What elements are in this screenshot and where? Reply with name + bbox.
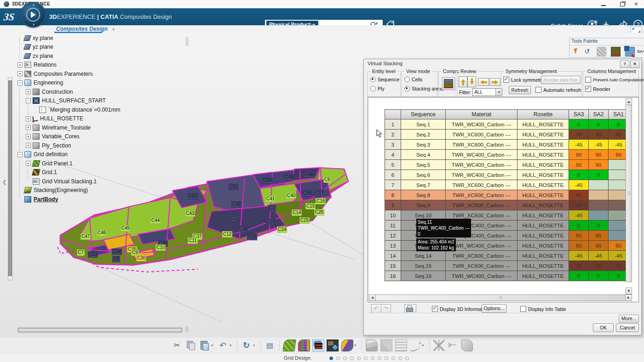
panel-label-C14[interactable]: C14 — [292, 209, 302, 216]
stacking-table-icon[interactable] — [327, 339, 339, 351]
panel-label-C12[interactable]: C12 — [222, 231, 232, 238]
panel-label-C2[interactable]: C2 — [268, 205, 276, 211]
row-number[interactable]: 13 — [385, 241, 401, 251]
sa3-cell[interactable]: 90 — [569, 150, 589, 160]
sa3-cell[interactable]: 45 — [569, 261, 589, 271]
sa3-cell[interactable]: 45 — [569, 200, 589, 210]
material-cell[interactable]: TWR_WC400_Carbon --- — [446, 119, 518, 130]
sequence-cell[interactable]: Seq.9 — [401, 200, 446, 210]
sa2-cell[interactable]: 90 — [589, 160, 609, 170]
dropdown-caret-icon[interactable]: ▾ — [230, 344, 233, 347]
panel-label-C10[interactable]: C10 — [155, 244, 166, 251]
row-number[interactable]: 8 — [385, 190, 401, 200]
panel-label-C11[interactable]: C11 — [188, 238, 198, 244]
sa2-cell[interactable]: 90 — [589, 241, 609, 251]
tree-item-hull-rosette[interactable]: +HULL_ROSETTE — [26, 114, 83, 123]
pager-dot-4[interactable] — [350, 356, 354, 360]
rosette-cell[interactable]: HULL_ROSETTE — [518, 160, 569, 170]
solid-sweep-icon[interactable] — [461, 339, 473, 351]
panel-label-C30[interactable]: C30 — [136, 255, 146, 261]
update-icon[interactable]: ↻ — [241, 340, 252, 351]
sequence-cell[interactable]: Seq.15 — [401, 261, 446, 271]
tree-expander[interactable]: + — [17, 71, 23, 76]
sa3-cell[interactable]: -45 — [569, 180, 589, 190]
sa3-cell[interactable]: 90 — [569, 231, 589, 241]
more-button[interactable]: More... — [619, 315, 639, 322]
rosette-cell[interactable]: HULL_ROSETTE — [518, 180, 569, 190]
row-number[interactable]: 11 — [385, 221, 401, 231]
material-cell[interactable]: TWR_XC600_Carbon --- — [446, 130, 518, 140]
tree-item-variable-cores[interactable]: +Variable_Cores — [26, 132, 80, 141]
dialog-close-button[interactable]: ✕ — [630, 61, 639, 68]
review-previous-button[interactable] — [478, 78, 489, 86]
automatic-refresh-checkbox[interactable]: Automatic refresh — [535, 87, 581, 93]
ok-button[interactable]: OK — [593, 323, 614, 332]
sa2-cell[interactable]: 0 — [589, 221, 609, 231]
rosette-cell[interactable]: HULL_ROSETTE — [518, 271, 569, 281]
rosette-cell[interactable]: HULL_ROSETTE — [518, 119, 569, 130]
rosette-transfer-icon[interactable] — [433, 340, 444, 351]
pager-dot-10[interactable] — [391, 356, 395, 360]
tree-item-ply-section[interactable]: +Ply_Section — [26, 141, 71, 150]
sa2-cell[interactable]: 90 — [589, 231, 609, 241]
column-header-num[interactable] — [385, 110, 401, 119]
splitter-mark[interactable] — [186, 327, 186, 332]
row-number[interactable]: 1 — [385, 119, 401, 130]
sa3-cell[interactable]: 0 — [569, 119, 589, 130]
pager-dot-1[interactable] — [329, 356, 333, 360]
row-number[interactable]: 3 — [385, 140, 401, 150]
row-number[interactable]: 6 — [385, 170, 401, 180]
table-vertical-scrollbar[interactable] — [626, 98, 632, 294]
splitter-mark[interactable] — [188, 37, 188, 46]
tree-item-grid-panel-1[interactable]: +Grid Panel.1 — [26, 159, 73, 168]
panel-label-C6[interactable]: C6 — [323, 176, 331, 183]
tree-expander[interactable]: + — [26, 116, 31, 121]
table-horizontal-scrollbar[interactable] — [369, 294, 632, 301]
sa2-cell[interactable]: 0 — [589, 119, 609, 130]
radio-stacking-areas[interactable]: Stacking areas — [404, 86, 443, 91]
material-cell[interactable]: TWR_WC400_Carbon --- — [446, 241, 518, 251]
column-header-SA2[interactable]: SA2 — [589, 110, 609, 119]
stacking-table[interactable]: SequenceMaterialRosetteSA3SA2SA11Seq.1TW… — [385, 109, 629, 281]
pager-dot-3[interactable] — [343, 356, 347, 360]
panel-label-C44[interactable]: C44 — [150, 217, 161, 224]
tab-composites-design[interactable]: Composites Design — [56, 26, 108, 32]
sa2-cell[interactable]: 0 — [589, 170, 609, 180]
panel-label-C13[interactable]: C13 — [265, 219, 276, 225]
material-cell[interactable]: TWR_XC600_Carbon --- — [446, 251, 518, 261]
surface-mesh-icon[interactable] — [282, 339, 296, 351]
sequence-cell[interactable]: Seq.16 — [401, 271, 446, 281]
row-number[interactable]: 9 — [385, 200, 401, 210]
redo-button[interactable]: ↷ — [381, 304, 391, 313]
pager-dot-8[interactable] — [378, 356, 381, 360]
display-3d-information-checkbox[interactable]: Display 3D Information — [432, 306, 489, 312]
undo-icon[interactable]: ↶ — [218, 340, 229, 351]
pager-dot-5[interactable] — [357, 356, 361, 360]
sequence-cell[interactable]: Seq.2 — [401, 130, 446, 140]
sa3-cell[interactable]: 45 — [569, 190, 589, 200]
display-info-table-checkbox[interactable]: Display Info Table — [520, 306, 566, 312]
dropdown-caret-icon[interactable]: ▾ — [253, 344, 257, 347]
review-next-button[interactable] — [489, 78, 500, 86]
reorder-checkbox[interactable]: Reorder — [585, 86, 610, 92]
sequence-cell[interactable]: Seq.1 — [401, 119, 446, 130]
collapse-panel-chevron[interactable]: ❮ — [1, 178, 7, 186]
rosette-cell[interactable]: HULL_ROSETTE — [518, 130, 569, 140]
material-cell[interactable]: TWR_XC600_Carbon --- — [446, 261, 518, 271]
tree-item-grid-1[interactable]: Grid.1 — [26, 168, 57, 177]
add-tab-button[interactable]: + — [112, 26, 115, 33]
row-number[interactable]: 12 — [385, 231, 401, 241]
undo-button[interactable]: ↶ — [371, 304, 381, 313]
sa2-cell[interactable]: -45 — [589, 251, 609, 261]
panel-label-C39[interactable]: C39 — [302, 190, 312, 197]
panel-label-C49[interactable]: C49 — [284, 174, 294, 181]
3d-compass[interactable]: ▲▼ — [20, 2, 46, 28]
panel-label-C50[interactable]: C50 — [262, 177, 272, 184]
mesh-tool-icon[interactable] — [597, 47, 606, 57]
panel-label-C24[interactable]: C24 — [277, 226, 287, 233]
column-header-Rosette[interactable]: Rosette — [518, 110, 569, 119]
tree-expander[interactable]: + — [26, 161, 31, 166]
rosette-cell[interactable]: HULL_ROSETTE — [518, 170, 569, 180]
pager-dot-6[interactable] — [364, 356, 368, 360]
material-cell[interactable]: TWR_WC400_Carbon --- — [446, 170, 518, 180]
